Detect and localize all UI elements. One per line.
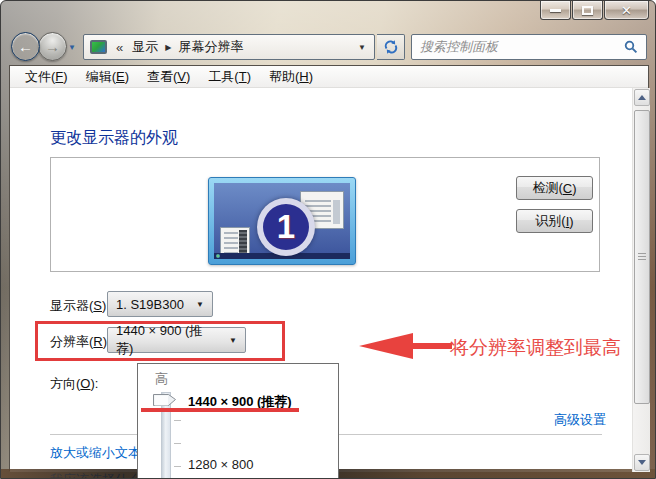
settings-page: 更改显示器的外观 1 检测(C) [10, 88, 650, 472]
breadcrumb-item-resolution[interactable]: 屏幕分辨率 [173, 36, 248, 58]
breadcrumb-item-display[interactable]: 显示 [127, 36, 163, 58]
arrow-up-icon [638, 95, 646, 100]
menu-view[interactable]: 查看(V) [138, 66, 199, 88]
page-title: 更改显示器的外观 [50, 128, 178, 149]
vertical-scrollbar[interactable] [632, 88, 650, 472]
display-combobox[interactable]: 1. S19B300 ▼ [107, 291, 213, 317]
history-dropdown-icon[interactable]: ▼ [68, 43, 76, 52]
title-bar[interactable]: ✕ [1, 1, 655, 29]
display-label: 显示器(S): [50, 297, 110, 315]
breadcrumb-overflow-chevron[interactable]: « [116, 40, 123, 55]
resolution-slider-thumb[interactable] [152, 393, 177, 407]
close-icon: ✕ [621, 4, 632, 17]
close-button[interactable]: ✕ [604, 1, 649, 20]
arrow-down-icon [638, 460, 646, 465]
menu-tools[interactable]: 工具(T) [199, 66, 260, 88]
resolution-option-selected[interactable]: 1440 × 900 (推荐) [188, 393, 292, 411]
detect-button[interactable]: 检测(C) [516, 176, 593, 200]
maximize-button[interactable] [572, 1, 603, 20]
annotation-text: 将分辨率调整到最高 [450, 335, 621, 361]
navigation-bar: ← → ▼ « 显示 ▶ 屏幕分辨率 ▼ 搜索控制面板 [1, 29, 655, 65]
annotation-arrow-shaft [408, 343, 452, 349]
slider-tick [174, 466, 181, 467]
identify-button[interactable]: 识别(I) [516, 209, 593, 233]
forward-arrow-icon: → [45, 38, 60, 55]
monitor-number-badge: 1 [257, 198, 315, 256]
back-arrow-icon: ← [18, 38, 33, 55]
resize-text-link[interactable]: 放大或缩小文本 [50, 444, 141, 462]
slider-tick [174, 443, 181, 444]
back-button[interactable]: ← [11, 32, 40, 61]
slider-high-label: 高 [155, 370, 168, 388]
monitor-preview[interactable]: 1 [208, 177, 356, 265]
scrollbar-thumb[interactable] [634, 110, 650, 404]
advanced-settings-link[interactable]: 高级设置 [554, 411, 606, 429]
search-magnifier-icon[interactable] [624, 40, 638, 54]
breadcrumb-separator-icon: ▶ [165, 43, 171, 52]
window-controls: ✕ [540, 1, 649, 20]
resolution-option-1280[interactable]: 1280 × 800 [188, 457, 253, 472]
menu-edit[interactable]: 编辑(E) [77, 66, 138, 88]
address-bar[interactable]: « 显示 ▶ 屏幕分辨率 ▼ [83, 34, 375, 60]
location-monitor-icon [90, 40, 107, 54]
search-placeholder: 搜索控制面板 [420, 38, 624, 56]
monitor-number: 1 [277, 208, 295, 246]
scrollbar-grip-icon [638, 253, 646, 261]
preview-start-orb-icon [216, 254, 220, 258]
scroll-down-button[interactable] [634, 454, 650, 471]
address-dropdown-icon[interactable]: ▼ [354, 43, 370, 52]
chevron-down-icon: ▼ [186, 300, 204, 309]
monitor-screen: 1 [214, 183, 350, 259]
scroll-up-button[interactable] [634, 89, 650, 106]
refresh-button[interactable] [377, 34, 405, 60]
resolution-label: 分辨率(R): [50, 333, 111, 351]
annotation-arrow-icon [359, 333, 413, 359]
menu-help[interactable]: 帮助(H) [260, 66, 322, 88]
monitor-preview-box: 1 检测(C) 识别(I) [50, 157, 600, 272]
refresh-icon [383, 39, 399, 55]
resolution-dropdown-panel: 高 1440 × 900 (推荐) 1280 × 800 [137, 363, 339, 479]
forward-button[interactable]: → [38, 32, 67, 61]
client-area: 文件(F) 编辑(E) 查看(V) 工具(T) 帮助(H) 更改显示器的外观 [9, 65, 649, 471]
orientation-label: 方向(O): [50, 375, 98, 393]
minimize-icon [550, 9, 561, 12]
menu-file[interactable]: 文件(F) [16, 66, 77, 88]
maximize-icon [582, 6, 593, 15]
minimize-button[interactable] [540, 1, 571, 20]
menu-bar: 文件(F) 编辑(E) 查看(V) 工具(T) 帮助(H) [10, 66, 648, 88]
chevron-down-icon: ▼ [219, 336, 237, 345]
slider-tick [174, 420, 181, 421]
resolution-combobox[interactable]: 1440 × 900 (推荐) ▼ [107, 327, 246, 353]
which-settings-link[interactable]: 我应该选择什么 [50, 471, 141, 479]
explorer-window: ✕ ← → ▼ « 显示 ▶ 屏幕分辨率 ▼ [0, 0, 656, 479]
search-box[interactable]: 搜索控制面板 [411, 34, 647, 60]
